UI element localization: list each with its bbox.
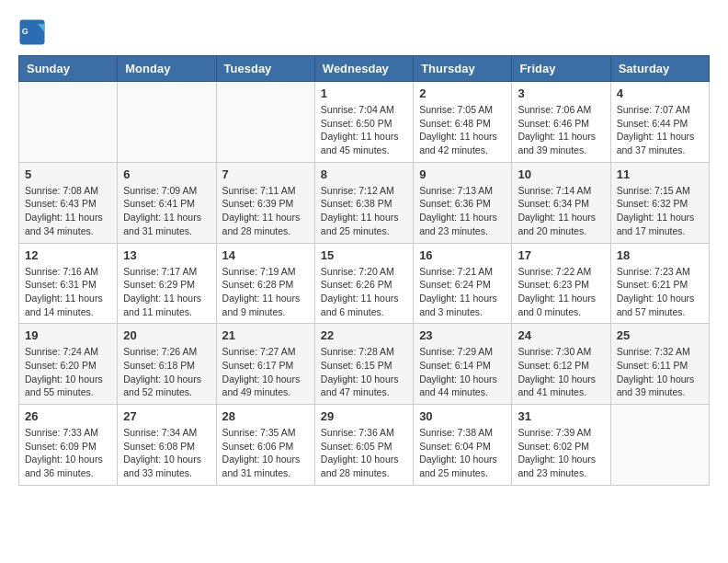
day-info: Sunrise: 7:16 AM Sunset: 6:31 PM Dayligh… [25, 265, 111, 319]
day-number: 14 [222, 248, 309, 262]
calendar-cell: 13Sunrise: 7:17 AM Sunset: 6:29 PM Dayli… [118, 243, 216, 324]
day-number: 17 [518, 248, 604, 262]
day-info: Sunrise: 7:34 AM Sunset: 6:08 PM Dayligh… [123, 426, 210, 480]
day-number: 8 [321, 167, 407, 181]
calendar-week-3: 12Sunrise: 7:16 AM Sunset: 6:31 PM Dayli… [19, 243, 710, 324]
day-info: Sunrise: 7:12 AM Sunset: 6:38 PM Dayligh… [321, 184, 407, 238]
calendar-cell: 14Sunrise: 7:19 AM Sunset: 6:28 PM Dayli… [216, 243, 314, 324]
logo-icon: G [18, 18, 46, 46]
day-info: Sunrise: 7:39 AM Sunset: 6:02 PM Dayligh… [518, 426, 604, 480]
day-info: Sunrise: 7:07 AM Sunset: 6:44 PM Dayligh… [617, 103, 703, 157]
day-info: Sunrise: 7:06 AM Sunset: 6:46 PM Dayligh… [518, 103, 604, 157]
calendar-cell: 31Sunrise: 7:39 AM Sunset: 6:02 PM Dayli… [512, 405, 610, 486]
day-number: 29 [321, 409, 407, 423]
calendar-cell [118, 82, 216, 163]
day-header-tuesday: Tuesday [216, 56, 314, 82]
calendar-cell: 16Sunrise: 7:21 AM Sunset: 6:24 PM Dayli… [414, 243, 512, 324]
day-number: 19 [25, 328, 111, 342]
day-number: 20 [123, 328, 210, 342]
day-number: 25 [617, 328, 703, 342]
svg-text:G: G [22, 27, 28, 36]
day-number: 5 [25, 167, 111, 181]
day-info: Sunrise: 7:19 AM Sunset: 6:28 PM Dayligh… [222, 265, 309, 319]
day-number: 9 [419, 167, 506, 181]
day-number: 28 [222, 409, 309, 423]
day-info: Sunrise: 7:26 AM Sunset: 6:18 PM Dayligh… [123, 345, 210, 399]
calendar-cell: 10Sunrise: 7:14 AM Sunset: 6:34 PM Dayli… [512, 162, 610, 243]
calendar-week-2: 5Sunrise: 7:08 AM Sunset: 6:43 PM Daylig… [19, 162, 710, 243]
day-number: 11 [617, 167, 703, 181]
calendar-cell: 3Sunrise: 7:06 AM Sunset: 6:46 PM Daylig… [512, 82, 610, 163]
day-info: Sunrise: 7:11 AM Sunset: 6:39 PM Dayligh… [222, 184, 309, 238]
day-number: 23 [419, 328, 506, 342]
day-number: 27 [123, 409, 210, 423]
day-info: Sunrise: 7:28 AM Sunset: 6:15 PM Dayligh… [321, 345, 407, 399]
day-number: 21 [222, 328, 309, 342]
calendar-cell: 15Sunrise: 7:20 AM Sunset: 6:26 PM Dayli… [314, 243, 413, 324]
day-number: 7 [222, 167, 309, 181]
calendar-cell [610, 405, 709, 486]
calendar-cell [216, 82, 314, 163]
calendar-cell: 26Sunrise: 7:33 AM Sunset: 6:09 PM Dayli… [19, 405, 118, 486]
day-info: Sunrise: 7:30 AM Sunset: 6:12 PM Dayligh… [518, 345, 604, 399]
day-number: 15 [321, 248, 407, 262]
day-number: 18 [617, 248, 703, 262]
calendar-cell: 25Sunrise: 7:32 AM Sunset: 6:11 PM Dayli… [610, 324, 709, 405]
day-number: 10 [518, 167, 604, 181]
day-number: 26 [25, 409, 111, 423]
calendar-cell: 21Sunrise: 7:27 AM Sunset: 6:17 PM Dayli… [216, 324, 314, 405]
day-header-sunday: Sunday [19, 56, 118, 82]
day-info: Sunrise: 7:27 AM Sunset: 6:17 PM Dayligh… [222, 345, 309, 399]
day-info: Sunrise: 7:17 AM Sunset: 6:29 PM Dayligh… [123, 265, 210, 319]
day-number: 16 [419, 248, 506, 262]
day-info: Sunrise: 7:14 AM Sunset: 6:34 PM Dayligh… [518, 184, 604, 238]
day-header-friday: Friday [512, 56, 610, 82]
calendar-cell: 12Sunrise: 7:16 AM Sunset: 6:31 PM Dayli… [19, 243, 118, 324]
day-info: Sunrise: 7:05 AM Sunset: 6:48 PM Dayligh… [419, 103, 506, 157]
calendar-cell: 18Sunrise: 7:23 AM Sunset: 6:21 PM Dayli… [610, 243, 709, 324]
calendar-cell: 23Sunrise: 7:29 AM Sunset: 6:14 PM Dayli… [414, 324, 512, 405]
calendar-cell: 17Sunrise: 7:22 AM Sunset: 6:23 PM Dayli… [512, 243, 610, 324]
day-info: Sunrise: 7:24 AM Sunset: 6:20 PM Dayligh… [25, 345, 111, 399]
day-info: Sunrise: 7:22 AM Sunset: 6:23 PM Dayligh… [518, 265, 604, 319]
calendar-cell: 7Sunrise: 7:11 AM Sunset: 6:39 PM Daylig… [216, 162, 314, 243]
calendar-week-4: 19Sunrise: 7:24 AM Sunset: 6:20 PM Dayli… [19, 324, 710, 405]
day-header-saturday: Saturday [610, 56, 709, 82]
calendar-cell [19, 82, 118, 163]
day-number: 12 [25, 248, 111, 262]
day-info: Sunrise: 7:38 AM Sunset: 6:04 PM Dayligh… [419, 426, 506, 480]
day-header-thursday: Thursday [414, 56, 512, 82]
calendar-header-row: SundayMondayTuesdayWednesdayThursdayFrid… [19, 56, 710, 82]
day-number: 1 [321, 86, 407, 100]
calendar-cell: 4Sunrise: 7:07 AM Sunset: 6:44 PM Daylig… [610, 82, 709, 163]
day-number: 3 [518, 86, 604, 100]
calendar-table: SundayMondayTuesdayWednesdayThursdayFrid… [18, 55, 710, 486]
day-number: 22 [321, 328, 407, 342]
calendar-cell: 19Sunrise: 7:24 AM Sunset: 6:20 PM Dayli… [19, 324, 118, 405]
calendar-week-1: 1Sunrise: 7:04 AM Sunset: 6:50 PM Daylig… [19, 82, 710, 163]
calendar-cell: 9Sunrise: 7:13 AM Sunset: 6:36 PM Daylig… [414, 162, 512, 243]
day-header-wednesday: Wednesday [314, 56, 413, 82]
calendar-cell: 6Sunrise: 7:09 AM Sunset: 6:41 PM Daylig… [118, 162, 216, 243]
day-number: 30 [419, 409, 506, 423]
day-header-monday: Monday [118, 56, 216, 82]
day-number: 24 [518, 328, 604, 342]
day-info: Sunrise: 7:36 AM Sunset: 6:05 PM Dayligh… [321, 426, 407, 480]
calendar-cell: 30Sunrise: 7:38 AM Sunset: 6:04 PM Dayli… [414, 405, 512, 486]
calendar-cell: 29Sunrise: 7:36 AM Sunset: 6:05 PM Dayli… [314, 405, 413, 486]
day-info: Sunrise: 7:32 AM Sunset: 6:11 PM Dayligh… [617, 345, 703, 399]
day-info: Sunrise: 7:04 AM Sunset: 6:50 PM Dayligh… [321, 103, 407, 157]
day-info: Sunrise: 7:13 AM Sunset: 6:36 PM Dayligh… [419, 184, 506, 238]
calendar-cell: 20Sunrise: 7:26 AM Sunset: 6:18 PM Dayli… [118, 324, 216, 405]
logo: G [18, 18, 50, 46]
day-info: Sunrise: 7:15 AM Sunset: 6:32 PM Dayligh… [617, 184, 703, 238]
day-info: Sunrise: 7:33 AM Sunset: 6:09 PM Dayligh… [25, 426, 111, 480]
calendar-week-5: 26Sunrise: 7:33 AM Sunset: 6:09 PM Dayli… [19, 405, 710, 486]
day-info: Sunrise: 7:21 AM Sunset: 6:24 PM Dayligh… [419, 265, 506, 319]
day-info: Sunrise: 7:08 AM Sunset: 6:43 PM Dayligh… [25, 184, 111, 238]
day-info: Sunrise: 7:09 AM Sunset: 6:41 PM Dayligh… [123, 184, 210, 238]
day-number: 6 [123, 167, 210, 181]
calendar-cell: 27Sunrise: 7:34 AM Sunset: 6:08 PM Dayli… [118, 405, 216, 486]
day-info: Sunrise: 7:35 AM Sunset: 6:06 PM Dayligh… [222, 426, 309, 480]
day-info: Sunrise: 7:29 AM Sunset: 6:14 PM Dayligh… [419, 345, 506, 399]
